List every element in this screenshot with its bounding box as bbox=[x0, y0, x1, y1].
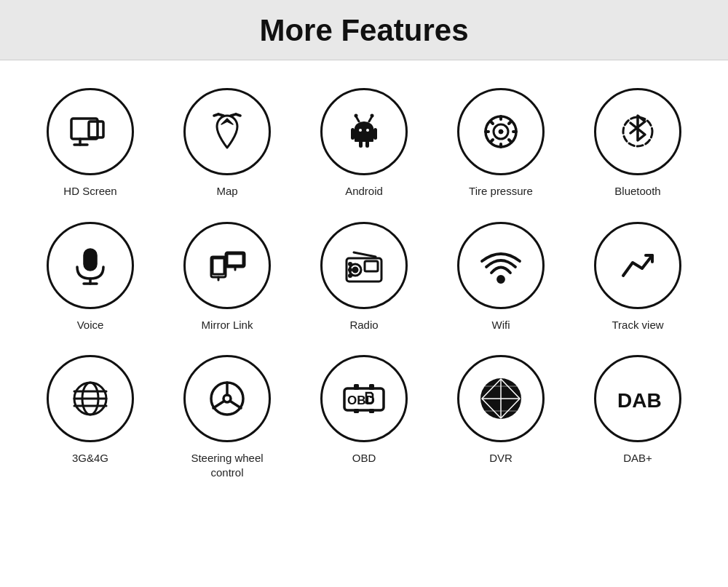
svg-point-41 bbox=[349, 274, 352, 276]
feature-item-3g4g: 3G&4G bbox=[22, 342, 159, 490]
svg-rect-15 bbox=[373, 128, 377, 140]
feature-item-voice: Voice bbox=[22, 209, 159, 343]
dab-icon: DAB+ bbox=[594, 355, 681, 442]
svg-text:DAB+: DAB+ bbox=[617, 389, 661, 412]
svg-point-21 bbox=[371, 114, 374, 118]
feature-label-dvr: DVR bbox=[489, 451, 513, 466]
bluetooth-icon bbox=[594, 88, 681, 175]
svg-rect-58 bbox=[369, 384, 374, 390]
3g4g-icon bbox=[47, 355, 134, 442]
feature-item-map: Map bbox=[159, 75, 296, 209]
wifi-icon bbox=[457, 222, 545, 309]
feature-label-android: Android bbox=[345, 184, 383, 199]
svg-rect-26 bbox=[84, 249, 96, 270]
svg-line-6 bbox=[214, 114, 218, 116]
feature-item-dvr: DVR bbox=[432, 342, 569, 490]
svg-marker-8 bbox=[221, 119, 233, 124]
android-icon bbox=[320, 88, 408, 175]
map-icon bbox=[183, 88, 271, 175]
feature-item-dab: DAB+ DAB+ bbox=[569, 342, 706, 490]
mirror-link-icon bbox=[183, 222, 271, 309]
svg-rect-1 bbox=[89, 121, 103, 137]
feature-label-3g4g: 3G&4G bbox=[72, 451, 108, 466]
feature-item-bluetooth: Bluetooth bbox=[569, 75, 706, 209]
feature-label-mirror-link: Mirror Link bbox=[202, 318, 253, 332]
feature-label-wifi: Wifi bbox=[492, 318, 510, 332]
svg-point-39 bbox=[349, 263, 352, 265]
feature-item-hd-screen: HD Screen bbox=[22, 75, 159, 209]
svg-rect-14 bbox=[351, 128, 355, 140]
svg-rect-11 bbox=[356, 128, 372, 140]
feature-item-obd: OBD OBD bbox=[296, 342, 432, 490]
svg-rect-60 bbox=[369, 409, 374, 413]
features-grid: HD Screen Map Android Tire pressure bbox=[0, 60, 728, 497]
feature-label-voice: Voice bbox=[77, 318, 104, 332]
feature-label-map: Map bbox=[216, 184, 237, 199]
svg-point-40 bbox=[349, 268, 352, 271]
feature-label-obd: OBD bbox=[352, 451, 376, 466]
svg-rect-32 bbox=[227, 254, 243, 265]
feature-item-mirror-link: Mirror Link bbox=[159, 209, 296, 343]
feature-label-hd-screen: HD Screen bbox=[63, 184, 116, 199]
feature-label-dab: DAB+ bbox=[623, 451, 652, 466]
feature-item-steering-wheel: Steering wheel control bbox=[159, 342, 296, 490]
svg-point-13 bbox=[366, 129, 369, 132]
track-view-icon bbox=[594, 222, 681, 309]
feature-item-android: Android bbox=[296, 75, 432, 209]
svg-line-52 bbox=[213, 402, 224, 409]
dvr-icon bbox=[457, 355, 545, 442]
radio-icon bbox=[320, 222, 408, 309]
feature-label-track-view: Track view bbox=[612, 318, 663, 332]
feature-label-bluetooth: Bluetooth bbox=[614, 184, 660, 199]
feature-label-radio: Radio bbox=[349, 318, 378, 332]
feature-label-tire-pressure: Tire pressure bbox=[469, 184, 533, 199]
svg-line-42 bbox=[354, 252, 376, 257]
svg-point-37 bbox=[353, 268, 357, 272]
svg-point-43 bbox=[498, 276, 504, 282]
svg-rect-30 bbox=[213, 258, 224, 274]
header: More Features bbox=[0, 0, 728, 60]
svg-rect-38 bbox=[365, 261, 378, 271]
svg-point-24 bbox=[499, 129, 503, 134]
feature-item-track-view: Track view bbox=[569, 209, 706, 343]
svg-rect-57 bbox=[354, 384, 359, 390]
hd-screen-icon bbox=[47, 88, 134, 175]
svg-point-12 bbox=[359, 129, 362, 132]
svg-rect-59 bbox=[354, 409, 359, 413]
obd-icon: OBD bbox=[320, 355, 408, 442]
feature-label-steering-wheel: Steering wheel control bbox=[191, 451, 263, 479]
feature-item-wifi: Wifi bbox=[432, 209, 569, 343]
svg-point-20 bbox=[355, 114, 358, 118]
voice-icon bbox=[47, 222, 134, 309]
feature-item-radio: Radio bbox=[296, 209, 432, 343]
steering-wheel-icon bbox=[183, 355, 271, 442]
svg-line-7 bbox=[236, 114, 240, 116]
svg-line-53 bbox=[230, 402, 241, 409]
svg-rect-17 bbox=[365, 140, 369, 148]
svg-rect-16 bbox=[359, 140, 363, 148]
feature-item-tire-pressure: Tire pressure bbox=[432, 75, 569, 209]
tire-pressure-icon bbox=[457, 88, 545, 175]
page-title: More Features bbox=[0, 13, 728, 48]
svg-text:OBD: OBD bbox=[347, 394, 375, 407]
